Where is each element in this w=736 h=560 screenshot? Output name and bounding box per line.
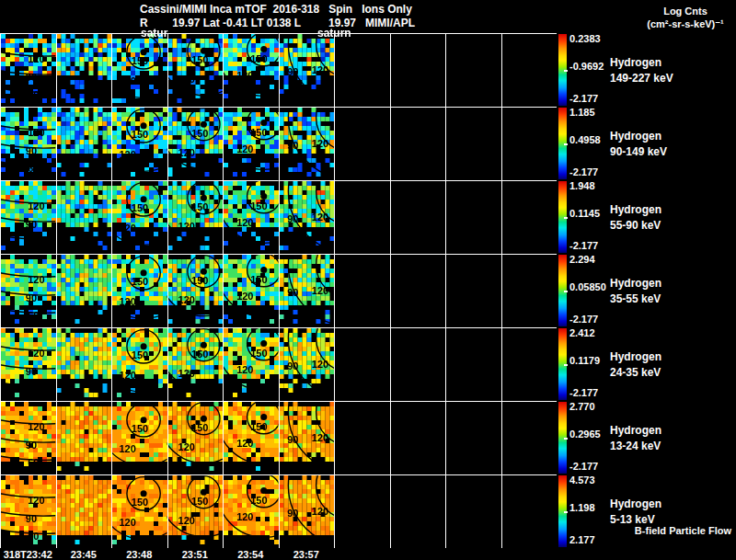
colorbar-max-value: 0.2383 — [569, 34, 601, 44]
species-name: Hydrogen — [610, 349, 661, 365]
colorbar — [558, 402, 567, 474]
time-tick-label: 23:48 — [126, 549, 152, 560]
colorbar-units-label: Log Cnts (cm²-sr-s-keV)⁻¹ — [635, 5, 736, 30]
time-tick-label: 23:54 — [237, 549, 263, 560]
species-name: Hydrogen — [610, 202, 661, 218]
colorbar — [558, 34, 567, 106]
colorbar-mid-value: 1.198 — [569, 503, 595, 513]
time-tick-label: 23:51 — [182, 549, 208, 560]
energy-range: 35-55 keV — [610, 291, 661, 307]
time-tick-label: 23:57 — [293, 549, 319, 560]
energy-band-label: Hydrogen90-149 keV — [610, 129, 667, 160]
saturn-marker-label: satur — [141, 28, 167, 40]
colorbar-mid-tick — [564, 217, 568, 219]
cassini-mimi-display: Cassini/MIMI Inca mTOF 2016-318 Spin Ion… — [0, 0, 736, 560]
energy-band-label: Hydrogen5-13 keV — [610, 497, 661, 528]
energy-band-label: Hydrogen24-35 keV — [610, 349, 661, 381]
colorbar — [558, 108, 567, 179]
colorbar-max-value: 2.294 — [569, 255, 595, 265]
bfield-flow-label: B-field Particle Flow — [635, 525, 731, 536]
colorbar-min-value: -2.177 — [569, 241, 598, 251]
saturn-marker-label: saturn — [317, 28, 351, 40]
colorbar-min-value: -2.177 — [569, 94, 598, 104]
energy-range: 24-35 keV — [610, 365, 661, 381]
energy-band-label: Hydrogen35-55 keV — [610, 276, 661, 307]
species-name: Hydrogen — [610, 497, 661, 512]
colorbar-min-value: 2.177 — [569, 535, 595, 545]
colorbar-mid-value: 0.4958 — [569, 135, 601, 145]
colorbar-mid-value: 0.05850 — [569, 282, 606, 292]
colorbar-mid-tick — [564, 143, 568, 145]
units-line1: Log Cnts — [635, 5, 736, 17]
colorbar-min-value: -2.177 — [569, 167, 598, 177]
colorbar-min-value: -2.177 — [569, 388, 598, 398]
time-tick-label: 23:45 — [71, 549, 97, 560]
colorbar-mid-value: 0.2965 — [569, 429, 601, 440]
energy-band-label: Hydrogen149-227 keV — [610, 55, 673, 86]
colorbar-max-value: 2.412 — [569, 328, 595, 338]
colorbar-mid-tick — [564, 511, 568, 513]
colorbar-max-value: 2.770 — [569, 402, 595, 412]
colorbar-mid-tick — [564, 364, 568, 366]
energy-range: 90-149 keV — [610, 144, 667, 160]
colorbar — [558, 255, 567, 326]
energy-range: 13-24 keV — [610, 439, 661, 454]
colorbar — [558, 181, 567, 253]
units-line2: (cm²-sr-s-keV)⁻¹ — [635, 17, 736, 30]
energy-range: 149-227 keV — [610, 71, 673, 86]
colorbar-max-value: 4.573 — [569, 475, 595, 486]
colorbar-min-value: -2.177 — [569, 462, 598, 472]
energy-range: 55-90 keV — [610, 218, 661, 234]
page-title: Cassini/MIMI Inca mTOF 2016-318 Spin Ion… — [140, 4, 412, 16]
energy-band-label: Hydrogen55-90 keV — [610, 202, 661, 234]
colorbar-max-value: 1.185 — [569, 108, 595, 118]
colorbar-min-value: -2.177 — [569, 314, 598, 325]
colorbar — [558, 475, 567, 547]
colorbar-mid-tick — [564, 438, 568, 440]
species-name: Hydrogen — [610, 423, 661, 439]
species-name: Hydrogen — [610, 276, 661, 291]
colorbar-max-value: 1.948 — [569, 181, 595, 191]
colorbar-mid-value: -0.9692 — [569, 62, 604, 72]
colorbar-mid-tick — [564, 291, 568, 292]
colorbar — [558, 328, 567, 400]
colorbar-mid-value: 0.1179 — [569, 356, 600, 366]
colorbar-mid-tick — [564, 70, 568, 72]
spectrogram-grid — [0, 33, 557, 548]
energy-band-label: Hydrogen13-24 keV — [610, 423, 661, 454]
colorbar-mid-value: 0.1145 — [569, 209, 600, 219]
species-name: Hydrogen — [610, 129, 667, 144]
time-tick-label: 318T23:42 — [4, 549, 52, 560]
species-name: Hydrogen — [610, 55, 673, 71]
page-subtitle: R 19.97 Lat -0.41 LT 0138 L 19.97 MIMI/A… — [140, 17, 415, 29]
